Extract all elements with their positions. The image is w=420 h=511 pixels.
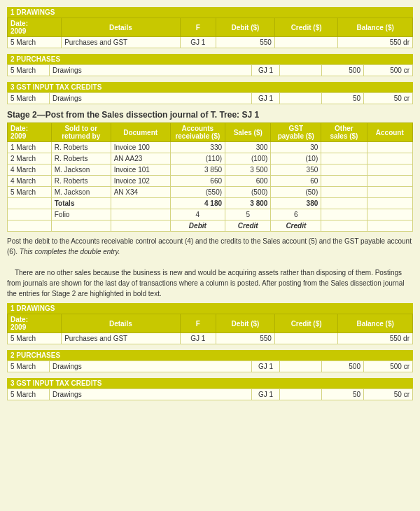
cell-total-sales: 3 800 — [225, 198, 271, 209]
cell-date: 5 March — [8, 93, 50, 104]
cell-f: GJ 1 — [180, 37, 216, 48]
table-row: 5 March M. Jackson AN X34 (550) (500) (5… — [8, 187, 413, 198]
cell-ar: (550) — [170, 187, 225, 198]
cell-other — [321, 142, 367, 153]
cell-empty — [321, 198, 367, 209]
cell-date: 5 March — [8, 187, 52, 198]
cell-empty — [321, 220, 367, 232]
cell-debit — [280, 93, 322, 104]
cell-other — [321, 164, 367, 176]
cell-folio-4: 4 — [170, 209, 225, 220]
cell-details: Drawings — [50, 65, 252, 76]
gst-2-table: 5 March Drawings GJ 1 50 50 cr — [7, 388, 413, 400]
gst-2-header: 3 GST INPUT TAX CREDITS — [7, 378, 413, 388]
cell-date: 5 March — [8, 361, 50, 372]
cell-empty — [51, 220, 111, 232]
cell-balance: 550 dr — [338, 37, 413, 48]
cell-account — [367, 176, 412, 187]
cell-details: Purchases and GST — [62, 37, 180, 48]
table-row: 5 March Drawings GJ 1 500 500 cr — [8, 361, 413, 372]
cell-ar: 660 — [170, 176, 225, 187]
cell-balance: 50 cr — [364, 389, 413, 400]
cell-f: GJ 1 — [252, 65, 280, 76]
table-row: 1 March R. Roberts Invoice 100 330 300 3… — [8, 142, 413, 153]
cell-account — [367, 142, 412, 153]
cell-empty — [367, 209, 412, 220]
section-gst-2: 3 GST INPUT TAX CREDITS 5 March Drawings… — [7, 378, 413, 400]
folio-row: Folio 4 5 6 — [8, 209, 413, 220]
cell-empty — [367, 220, 412, 232]
gst-1-header: 3 GST INPUT TAX CREDITS — [7, 82, 413, 92]
cell-f: GJ 1 — [252, 93, 280, 104]
cell-empty — [367, 198, 412, 209]
section-drawings-1: 1 DRAWINGS Date:2009 Details F Debit ($)… — [7, 7, 413, 48]
cell-debit — [280, 361, 322, 372]
cell-balance: 50 cr — [364, 93, 413, 104]
col-sales: Sales ($) — [225, 123, 271, 142]
col-credit: Credit ($) — [274, 314, 337, 333]
cell-date: 5 March — [8, 37, 62, 48]
cell-empty — [111, 198, 170, 209]
col-details: Details — [62, 18, 180, 37]
cell-sales: 600 — [225, 176, 271, 187]
cell-debit-label: Debit — [170, 220, 225, 232]
cell-ar: (110) — [170, 153, 225, 164]
cell-other — [321, 187, 367, 198]
gst-1-table: 5 March Drawings GJ 1 50 50 cr — [7, 92, 413, 104]
drawings-2-header: 1 DRAWINGS — [7, 303, 413, 314]
purchases-2-header: 2 PURCHASES — [7, 350, 413, 360]
cell-date: 4 March — [8, 176, 52, 187]
table-row: 5 March Drawings GJ 1 50 50 cr — [8, 93, 413, 104]
table-row: 5 March Purchases and GST GJ 1 550 550 d… — [8, 37, 413, 48]
cell-other — [321, 176, 367, 187]
drawings-1-table: Date:2009 Details F Debit ($) Credit ($)… — [7, 18, 413, 48]
table-row: 5 March Drawings GJ 1 500 500 cr — [8, 65, 413, 76]
cell-balance: 500 cr — [364, 361, 413, 372]
cell-credit: 50 — [322, 93, 364, 104]
cell-empty — [321, 209, 367, 220]
cell-gst: 350 — [271, 164, 321, 176]
cell-totals-label: Totals — [51, 198, 111, 209]
cell-gst: (50) — [271, 187, 321, 198]
cell-gst: 30 — [271, 142, 321, 153]
col-ar: Accountsreceivable ($) — [170, 123, 225, 142]
cell-credit: 500 — [322, 65, 364, 76]
cell-details: Drawings — [50, 93, 252, 104]
col-details: Details — [62, 314, 180, 333]
table-row: 2 March R. Roberts AN AA23 (110) (100) (… — [8, 153, 413, 164]
cell-f: GJ 1 — [180, 333, 216, 344]
section-purchases-2: 2 PURCHASES 5 March Drawings GJ 1 500 50… — [7, 350, 413, 372]
cell-empty — [111, 209, 170, 220]
cell-credit-label-2: Credit — [271, 220, 321, 232]
cell-f: GJ 1 — [252, 389, 280, 400]
col-credit: Credit ($) — [274, 18, 337, 37]
purchases-1-header: 2 PURCHASES — [7, 54, 413, 64]
cell-sold-to: M. Jackson — [51, 164, 111, 176]
cell-debit — [280, 389, 322, 400]
cell-details: Drawings — [50, 389, 252, 400]
label-row: Debit Credit Credit — [8, 220, 413, 232]
cell-empty — [8, 220, 52, 232]
cell-credit-label: Credit — [225, 220, 271, 232]
col-f: F — [180, 18, 216, 37]
cell-sold-to: R. Roberts — [51, 142, 111, 153]
cell-sales: (500) — [225, 187, 271, 198]
cell-debit: 550 — [216, 333, 275, 344]
cell-doc: Invoice 101 — [111, 164, 170, 176]
cell-gst: (10) — [271, 153, 321, 164]
cell-empty — [8, 198, 52, 209]
cell-date: 4 March — [8, 164, 52, 176]
stage2-heading: Stage 2—Post from the Sales dissection j… — [7, 110, 413, 120]
description-text: Post the debit to the Accounts receivabl… — [7, 236, 413, 299]
stage2-table: Date:2009 Sold to orreturned by Document… — [7, 122, 413, 232]
cell-date: 5 March — [8, 65, 50, 76]
cell-folio-5: 5 — [225, 209, 271, 220]
cell-date: 2 March — [8, 153, 52, 164]
cell-debit: 550 — [216, 37, 275, 48]
cell-details: Drawings — [50, 361, 252, 372]
col-other-sales: Othersales ($) — [321, 123, 367, 142]
cell-empty — [111, 220, 170, 232]
cell-date: 5 March — [8, 333, 62, 344]
col-date: Date:2009 — [8, 314, 62, 333]
col-balance: Balance ($) — [338, 314, 413, 333]
